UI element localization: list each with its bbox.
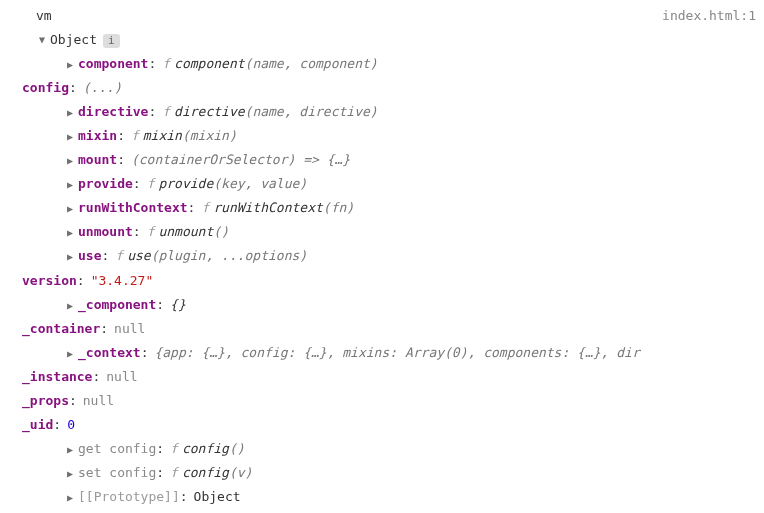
property-value[interactable]: (...) [83,76,122,100]
function-keyword: f [201,196,209,220]
disclosure-triangle-icon[interactable]: ▶ [64,345,76,364]
function-args: (plugin, ...options) [151,244,308,268]
disclosure-triangle-icon[interactable]: ▶ [64,176,76,195]
disclosure-triangle-icon[interactable]: ▶ [64,248,76,267]
property-key: get config [78,437,156,461]
disclosure-triangle-icon[interactable]: ▶ [64,224,76,243]
property-row-mixin[interactable]: ▶ mixin: f mixin(mixin) [8,124,756,148]
property-key: [[Prototype]] [78,485,180,509]
property-row-_container[interactable]: _container: null [8,317,756,341]
object-root-row[interactable]: ▼ Object i [8,28,756,52]
property-key: directive [78,100,148,124]
property-value: {} [170,293,186,317]
property-key: version [22,269,77,293]
function-args: (key, value) [213,172,307,196]
property-key: set config [78,461,156,485]
function-name: unmount [158,220,213,244]
property-key: use [78,244,101,268]
property-value: null [83,389,114,413]
disclosure-triangle-icon[interactable]: ▶ [64,465,76,484]
property-key: _props [22,389,69,413]
property-key: unmount [78,220,133,244]
property-row-directive[interactable]: ▶ directive: f directive(name, directive… [8,100,756,124]
function-keyword: f [131,124,139,148]
property-key: _uid [22,413,53,437]
function-args: (fn) [323,196,354,220]
function-keyword: f [170,461,178,485]
disclosure-triangle-icon[interactable]: ▶ [64,128,76,147]
function-name: provide [158,172,213,196]
property-value: Object [194,485,241,509]
property-row-_uid[interactable]: _uid: 0 [8,413,756,437]
property-value: null [106,365,137,389]
function-keyword: f [162,100,170,124]
disclosure-triangle-icon[interactable]: ▶ [64,152,76,171]
disclosure-triangle-icon[interactable]: ▶ [64,489,76,508]
property-row-set-config[interactable]: ▶ set config: f config(v) [8,461,756,485]
property-key: _component [78,293,156,317]
disclosure-triangle-down-icon[interactable]: ▼ [36,31,48,50]
function-args: () [213,220,229,244]
function-name: use [127,244,150,268]
function-keyword: f [162,52,170,76]
property-key: _container [22,317,100,341]
property-key: _context [78,341,141,365]
function-args: (mixin) [182,124,237,148]
property-value: null [114,317,145,341]
property-key: mount [78,148,117,172]
function-keyword: f [147,220,155,244]
property-row-_instance[interactable]: _instance: null [8,365,756,389]
property-key: component [78,52,148,76]
function-args: (v) [229,461,252,485]
property-row-_context[interactable]: ▶ _context: {app: {…}, config: {…}, mixi… [8,341,756,365]
function-keyword: f [115,244,123,268]
function-name: runWithContext [213,196,323,220]
property-row-runwithcontext[interactable]: ▶ runWithContext: f runWithContext(fn) [8,196,756,220]
property-row-version[interactable]: version: "3.4.27" [8,269,756,293]
console-input-line: vm index.html:1 [8,4,756,28]
property-key: provide [78,172,133,196]
disclosure-triangle-icon[interactable]: ▶ [64,56,76,75]
property-value: 0 [67,413,75,437]
property-key: mixin [78,124,117,148]
property-key: _instance [22,365,92,389]
property-key: runWithContext [78,196,188,220]
source-link[interactable]: index.html:1 [662,4,756,28]
function-keyword: f [147,172,155,196]
property-row-use[interactable]: ▶ use: f use(plugin, ...options) [8,244,756,268]
property-row-provide[interactable]: ▶ provide: f provide(key, value) [8,172,756,196]
property-value: "3.4.27" [91,269,154,293]
property-row-mount[interactable]: ▶ mount: (containerOrSelector) => {…} [8,148,756,172]
evaluated-expression: vm [36,4,52,28]
property-row-get-config[interactable]: ▶ get config: f config() [8,437,756,461]
function-keyword: f [170,437,178,461]
function-name: config [182,437,229,461]
property-key: config [22,76,69,100]
info-badge-icon[interactable]: i [103,34,120,48]
function-value: (containerOrSelector) => {…} [131,148,350,172]
function-name: directive [174,100,244,124]
property-row-component[interactable]: ▶ component: f component(name, component… [8,52,756,76]
property-row-_props[interactable]: _props: null [8,389,756,413]
disclosure-triangle-icon[interactable]: ▶ [64,200,76,219]
function-name: mixin [143,124,182,148]
property-row-config[interactable]: config: (...) [8,76,756,100]
function-args: () [229,437,245,461]
function-name: config [182,461,229,485]
object-root-label: Object [50,28,97,52]
property-row-prototype[interactable]: ▶ [[Prototype]]: Object [8,485,756,509]
disclosure-triangle-icon[interactable]: ▶ [64,104,76,123]
disclosure-triangle-icon[interactable]: ▶ [64,441,76,460]
property-row-_component[interactable]: ▶ _component: {} [8,293,756,317]
function-args: (name, directive) [245,100,378,124]
function-name: component [174,52,244,76]
property-value-preview: {app: {…}, config: {…}, mixins: Array(0)… [154,341,639,365]
property-row-unmount[interactable]: ▶ unmount: f unmount() [8,220,756,244]
function-args: (name, component) [245,52,378,76]
disclosure-triangle-icon[interactable]: ▶ [64,297,76,316]
